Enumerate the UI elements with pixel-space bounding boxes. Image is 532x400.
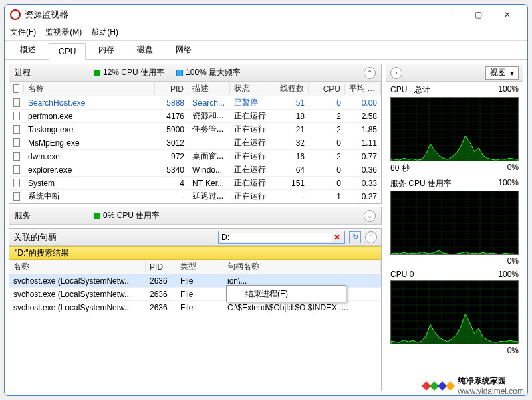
legend-max-freq: 100% 最大频率 (176, 67, 241, 78)
checkbox[interactable] (13, 192, 20, 201)
handles-header: 关联的句柄 ✕ ↻ ⌃ (9, 229, 381, 246)
collapse-icon[interactable]: ⌃ (364, 67, 376, 79)
menu-end-process[interactable]: 结束进程(E) (227, 286, 346, 302)
chart (390, 280, 519, 344)
checkbox[interactable] (13, 152, 20, 161)
tab-network[interactable]: 网络 (166, 41, 202, 59)
col-avg[interactable]: 平均 C... (345, 83, 381, 94)
services-header[interactable]: 服务 0% CPU 使用率 ⌄ (9, 207, 381, 225)
chart (390, 191, 519, 255)
col-pid[interactable]: PID (146, 262, 176, 272)
tab-cpu[interactable]: CPU (49, 43, 86, 60)
checkbox[interactable] (13, 138, 20, 147)
chart-block: CPU 0100% 0% (386, 267, 523, 357)
table-row[interactable]: System4 NT Ker...正在运行 15100.33 (9, 177, 381, 190)
table-row[interactable]: explorer.exe5340 Windo...正在运行 6400.36 (9, 163, 381, 177)
chart-block: 服务 CPU 使用率100% 0% (386, 175, 523, 267)
window: 资源监视器 — ▢ ✕ 文件(F) 监视器(M) 帮助(H) 概述 CPU 内存… (4, 4, 528, 396)
checkbox-all[interactable] (13, 84, 19, 93)
app-icon (10, 9, 21, 20)
view-dropdown[interactable]: 视图 ▾ (485, 66, 519, 80)
collapse-icon[interactable]: ⌃ (365, 231, 377, 243)
table-row[interactable]: 系统中断- 延迟过...正在运行 -10.27 (9, 190, 381, 203)
col-name[interactable]: 名称 (9, 261, 146, 272)
processes-title: 进程 (15, 67, 82, 78)
charts-header: › 视图 ▾ (386, 64, 523, 82)
checkbox[interactable] (13, 125, 20, 134)
services-panel: 服务 0% CPU 使用率 ⌄ (9, 207, 382, 225)
watermark: 纯净系统家园 www.yidaimei.com (423, 375, 524, 396)
processes-header[interactable]: 进程 12% CPU 使用率 100% 最大频率 ⌃ (9, 64, 381, 82)
col-status[interactable]: 状态 (230, 83, 271, 94)
charts-pane: › 视图 ▾ CPU - 总计100% 60 秒0%服务 CPU 使用率100%… (386, 64, 523, 391)
processes-grid: 名称 PID 描述 状态 线程数 CPU 平均 C... SearchHost.… (9, 82, 381, 203)
services-title: 服务 (15, 210, 82, 221)
tab-disk[interactable]: 磁盘 (127, 41, 163, 59)
tab-memory[interactable]: 内存 (88, 41, 124, 59)
handles-search[interactable]: ✕ (218, 231, 345, 244)
chevron-down-icon: ▾ (510, 68, 514, 78)
checkbox[interactable] (13, 179, 20, 187)
watermark-icon (423, 383, 454, 389)
col-type[interactable]: 类型 (176, 261, 223, 272)
tabbar: 概述 CPU 内存 磁盘 网络 (5, 41, 527, 60)
maximize-button[interactable]: ▢ (463, 5, 493, 25)
close-button[interactable]: ✕ (493, 5, 522, 25)
table-row[interactable]: svchost.exe (LocalSystemNetw...2636 File… (9, 301, 381, 314)
table-row[interactable]: SearchHost.exe5888 Search...已暂停 5100.00 (9, 96, 381, 110)
checkbox[interactable] (13, 165, 20, 174)
col-desc[interactable]: 描述 (188, 83, 230, 94)
search-result-banner: "D:"的搜索结果 (9, 246, 381, 260)
titlebar: 资源监视器 — ▢ ✕ (5, 5, 527, 25)
col-pid[interactable]: PID (155, 84, 188, 94)
collapse-icon[interactable]: ⌄ (364, 210, 376, 222)
table-row[interactable]: MsMpEng.exe3012 正在运行 3201.11 (9, 136, 381, 150)
col-name[interactable]: 名称 (24, 83, 155, 94)
search-input[interactable] (221, 233, 332, 242)
legend-cpu-usage: 12% CPU 使用率 (94, 67, 164, 78)
processes-columns[interactable]: 名称 PID 描述 状态 线程数 CPU 平均 C... (9, 82, 381, 96)
handles-title: 关联的句柄 (13, 231, 214, 243)
menu-help[interactable]: 帮助(H) (91, 27, 118, 38)
legend-svc-usage: 0% CPU 使用率 (94, 210, 160, 221)
handles-panel: 关联的句柄 ✕ ↻ ⌃ "D:"的搜索结果 名称 PID 类型 (9, 228, 382, 391)
expand-icon[interactable]: › (390, 67, 402, 79)
table-row[interactable]: Taskmgr.exe5900 任务管...正在运行 2121.85 (9, 123, 381, 136)
checkbox[interactable] (13, 112, 20, 120)
minimize-button[interactable]: — (434, 5, 463, 25)
col-threads[interactable]: 线程数 (271, 83, 309, 94)
window-title: 资源监视器 (25, 9, 434, 21)
col-cpu[interactable]: CPU (309, 84, 345, 94)
table-row[interactable]: perfmon.exe4176 资源和...正在运行 1822.58 (9, 110, 381, 123)
handles-columns[interactable]: 名称 PID 类型 句柄名称 (9, 260, 381, 274)
menubar: 文件(F) 监视器(M) 帮助(H) (5, 25, 527, 41)
clear-icon[interactable]: ✕ (332, 233, 342, 242)
content: 进程 12% CPU 使用率 100% 最大频率 ⌃ 名称 PID 描述 状态 … (5, 60, 527, 395)
menu-file[interactable]: 文件(F) (10, 27, 36, 38)
col-handle-name[interactable]: 句柄名称 (223, 261, 381, 272)
chart (390, 97, 519, 161)
context-menu: 结束进程(E) (226, 285, 346, 302)
chart-block: CPU - 总计100% 60 秒0% (386, 82, 523, 175)
table-row[interactable]: dwm.exe972 桌面窗...正在运行 1620.77 (9, 150, 381, 163)
menu-monitor[interactable]: 监视器(M) (45, 27, 82, 38)
checkbox[interactable] (13, 98, 20, 107)
refresh-icon[interactable]: ↻ (349, 231, 361, 243)
processes-panel: 进程 12% CPU 使用率 100% 最大频率 ⌃ 名称 PID 描述 状态 … (9, 64, 382, 204)
left-pane: 进程 12% CPU 使用率 100% 最大频率 ⌃ 名称 PID 描述 状态 … (9, 64, 382, 391)
tab-overview[interactable]: 概述 (10, 41, 46, 59)
